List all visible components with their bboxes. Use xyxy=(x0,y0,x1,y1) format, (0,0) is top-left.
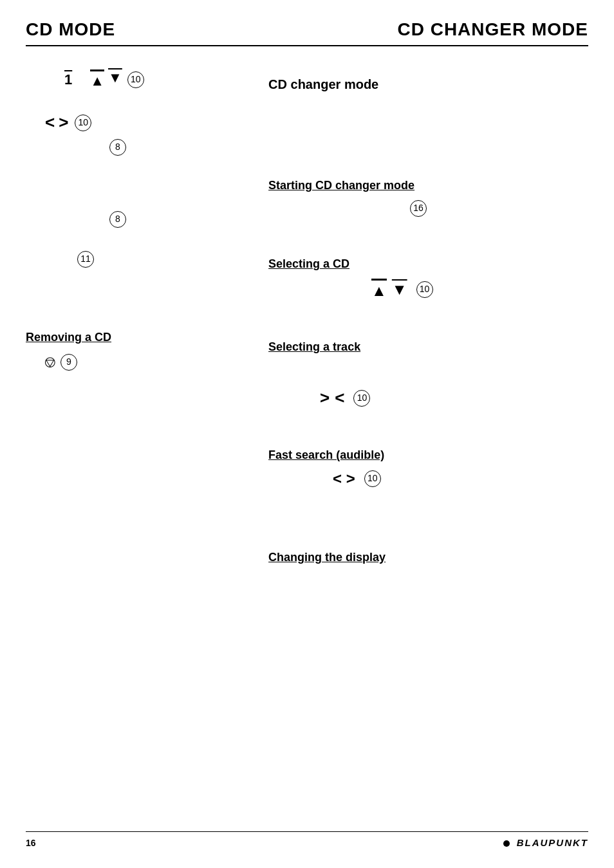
changing-display-section: Changing the display xyxy=(268,551,588,564)
down-arrow-cd: ▼ xyxy=(392,281,407,299)
right-column: CD changer mode Starting CD changer mode… xyxy=(262,53,588,572)
eject-icon: ⎊ xyxy=(45,352,55,372)
cd-changer-mode-title: CD CHANGER MODE xyxy=(397,19,588,40)
left-right-angle-fast: < > xyxy=(333,470,355,488)
removing-cd-heading: Removing a CD xyxy=(26,331,249,344)
ref-16: 16 xyxy=(410,200,427,217)
right-angle-track: > xyxy=(320,388,330,408)
ref-10-left1: 10 xyxy=(127,71,144,88)
removing-cd-section: Removing a CD ⎊ 9 xyxy=(26,331,249,372)
ref-9: 9 xyxy=(60,354,77,371)
selecting-track-symbols-row: > < 10 xyxy=(320,388,588,408)
brand-section: BLAUPUNKT xyxy=(503,837,588,849)
left-angle-track: < xyxy=(335,388,344,408)
ref-10-track: 10 xyxy=(353,390,370,407)
starting-heading: Starting CD changer mode xyxy=(268,179,588,192)
eject-row: ⎊ 9 xyxy=(45,352,249,372)
fast-search-symbols-row: < > 10 xyxy=(333,470,588,488)
cd-mode-title: CD MODE xyxy=(26,19,115,40)
starting-section: Starting CD changer mode 16 xyxy=(268,179,588,217)
changing-display-heading: Changing the display xyxy=(268,551,588,564)
left-column: 1 ▲ ▼ 10 < > 10 8 8 xyxy=(26,53,262,572)
cd-changer-mode-heading: CD changer mode xyxy=(268,77,588,92)
ref-8-left1: 8 xyxy=(109,139,126,156)
selecting-cd-heading: Selecting a CD xyxy=(268,257,588,271)
starting-ref-row: 16 xyxy=(410,200,588,217)
left-row-1: 1 ▲ ▼ 10 xyxy=(26,69,249,89)
up-down-symbols: ▲ ▼ xyxy=(90,69,122,89)
up-arrow-cd: ▲ xyxy=(371,279,387,300)
brand-dot-icon xyxy=(503,840,510,847)
brand-name: BLAUPUNKT xyxy=(517,837,588,848)
selecting-cd-section: Selecting a CD ▲ ▼ 10 xyxy=(268,257,588,300)
left-row-2: < > 10 xyxy=(45,113,249,133)
selecting-track-heading: Selecting a track xyxy=(268,340,588,354)
left-row-3: 8 xyxy=(109,139,249,156)
left-row-5: 11 xyxy=(77,251,249,268)
ref-10-fast: 10 xyxy=(364,470,381,487)
ref-10-cd: 10 xyxy=(416,281,433,298)
right-angle: > xyxy=(59,113,68,133)
ref-8-left2: 8 xyxy=(109,211,126,228)
page-header: CD MODE CD CHANGER MODE xyxy=(26,19,588,46)
fast-search-heading: Fast search (audible) xyxy=(268,448,588,462)
left-angle: < xyxy=(45,113,55,133)
fast-search-section: Fast search (audible) < > 10 xyxy=(268,448,588,488)
up-arrow-symbol: 1 xyxy=(64,71,72,88)
selecting-cd-symbols-row: ▲ ▼ 10 xyxy=(371,279,588,300)
two-column-layout: 1 ▲ ▼ 10 < > 10 8 8 xyxy=(26,53,588,572)
page-footer: 16 BLAUPUNKT xyxy=(26,831,588,849)
left-row-4: 8 xyxy=(109,211,249,228)
page-number: 16 xyxy=(26,838,36,848)
selecting-track-section: Selecting a track > < 10 xyxy=(268,340,588,408)
ref-10-left2: 10 xyxy=(75,115,91,131)
ref-11: 11 xyxy=(77,251,94,268)
